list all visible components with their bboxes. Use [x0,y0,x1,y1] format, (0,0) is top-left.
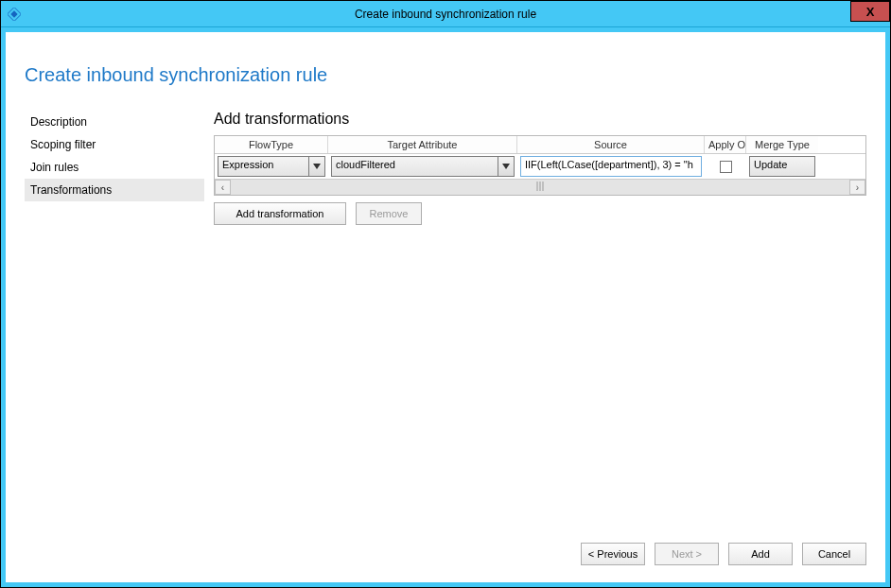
body: Description Scoping filter Join rules Tr… [25,111,866,565]
flowtype-select[interactable]: Expression [218,156,325,177]
sidebar-item-label: Join rules [30,161,79,174]
sidebar-item-transformations[interactable]: Transformations [25,179,204,201]
source-input[interactable]: IIF(Left(LCase([department]), 3) = "h [520,156,702,177]
scroll-track[interactable] [231,180,849,195]
chevron-down-icon [498,157,514,176]
wizard-footer: < Previous Next > Add Cancel [214,529,866,565]
close-button[interactable]: X [850,1,890,22]
row-buttons: Add transformation Remove [214,202,866,225]
scroll-grip-icon [537,182,544,191]
col-target-attribute: Target Attribute [328,136,517,153]
col-source: Source [517,136,705,153]
grid-header: FlowType Target Attribute Source Apply O… [215,136,865,154]
col-apply-once: Apply O [705,136,746,153]
add-button[interactable]: Add [728,543,793,565]
wizard-sidebar: Description Scoping filter Join rules Tr… [25,111,204,565]
horizontal-scrollbar[interactable]: ‹ › [215,179,865,195]
target-attribute-select[interactable]: cloudFiltered [331,156,515,177]
col-merge-type: Merge Type [746,136,818,153]
window-title: Create inbound synchronization rule [1,8,890,21]
col-flowtype: FlowType [215,136,328,153]
main-content: Add transformations FlowType Target Attr… [214,111,866,565]
scroll-right-button[interactable]: › [849,180,865,195]
target-attribute-value: cloudFiltered [332,157,498,176]
sidebar-item-join-rules[interactable]: Join rules [25,156,204,179]
merge-type-select[interactable]: Update [749,156,815,177]
transformations-grid: FlowType Target Attribute Source Apply O… [214,135,866,196]
chevron-down-icon [308,157,324,176]
app-window: Create inbound synchronization rule X Cr… [0,0,891,588]
sidebar-item-scoping-filter[interactable]: Scoping filter [25,133,204,156]
sidebar-item-label: Scoping filter [30,138,96,151]
add-transformation-button[interactable]: Add transformation [214,202,346,225]
remove-button: Remove [356,202,422,225]
section-title: Add transformations [214,111,866,128]
flowtype-value: Expression [218,157,308,176]
next-button: Next > [655,543,719,565]
apply-once-checkbox[interactable] [720,161,732,173]
merge-type-value: Update [750,157,814,176]
close-icon: X [866,5,875,19]
sidebar-item-label: Description [30,115,87,129]
scroll-left-button[interactable]: ‹ [215,180,231,195]
sidebar-item-label: Transformations [30,183,112,197]
content-frame: Create inbound synchronization rule Desc… [1,27,890,587]
titlebar: Create inbound synchronization rule X [1,1,890,27]
svg-rect-1 [10,10,17,17]
table-row: Expression cloudFiltered [215,154,865,179]
previous-button[interactable]: < Previous [581,543,645,565]
page-title: Create inbound synchronization rule [25,64,866,86]
sidebar-item-description[interactable]: Description [25,111,204,133]
cancel-button[interactable]: Cancel [802,543,866,565]
app-icon [7,7,22,22]
